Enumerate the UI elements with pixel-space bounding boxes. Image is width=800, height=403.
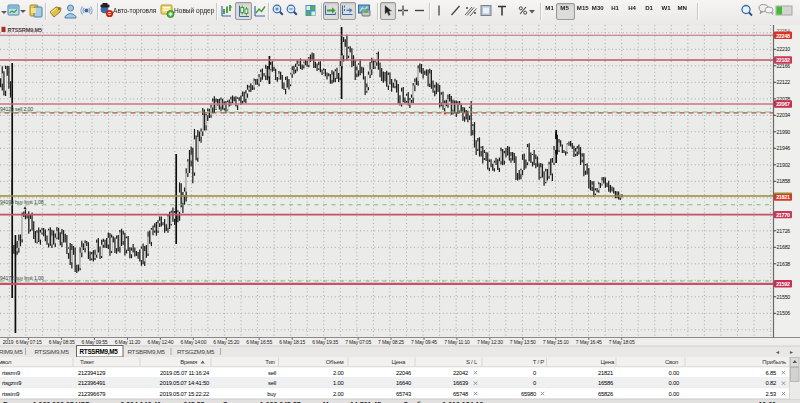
svg-text:21990: 21990 (777, 129, 791, 135)
svg-text:6.85: 6.85 (766, 370, 776, 376)
svg-text:2.00: 2.00 (333, 391, 343, 397)
svg-text:7 May 13:50: 7 May 13:50 (510, 339, 536, 345)
svg-text:6 May 18:15: 6 May 18:15 (279, 339, 305, 345)
svg-text:22046: 22046 (396, 370, 411, 376)
svg-text:7 May 11:10: 7 May 11:10 (444, 339, 470, 345)
svg-text:22248: 22248 (776, 33, 790, 39)
svg-text:16586: 16586 (598, 380, 613, 386)
svg-text:6 May 07:15: 6 May 07:15 (16, 339, 42, 345)
svg-text:7 May 07:05: 7 May 07:05 (345, 339, 371, 345)
svg-text:RIM9,M5: RIM9,M5 (0, 348, 23, 355)
svg-text:2019.05.07 11:16:24: 2019.05.07 11:16:24 (160, 370, 210, 376)
svg-text:sell: sell (268, 380, 276, 386)
svg-text:S / L: S / L (466, 359, 478, 365)
svg-text:65826: 65826 (598, 391, 613, 397)
svg-text:0.00: 0.00 (669, 370, 679, 376)
svg-text:buy: buy (267, 391, 276, 397)
svg-text:94129 sell 2.00: 94129 sell 2.00 (0, 106, 33, 112)
svg-text:6 May 15:20: 6 May 15:20 (213, 339, 239, 345)
svg-text:Своп: Своп (665, 359, 678, 365)
svg-text:7 May 18:05: 7 May 18:05 (609, 339, 635, 345)
svg-text:22166: 22166 (777, 63, 791, 69)
svg-text:22034: 22034 (777, 112, 791, 118)
svg-text:21682: 21682 (777, 244, 791, 250)
svg-text:Время: Время (180, 359, 197, 365)
svg-text:21506: 21506 (777, 310, 791, 316)
svg-text:65980: 65980 (521, 391, 536, 397)
svg-text:7 May 08:25: 7 May 08:25 (378, 339, 404, 345)
svg-text:6 May 16:55: 6 May 16:55 (246, 339, 272, 345)
svg-text:2019.05.07 14:41:50: 2019.05.07 14:41:50 (160, 380, 209, 386)
svg-text:7 May 09:45: 7 May 09:45 (411, 339, 437, 345)
svg-text:2.53: 2.53 (766, 391, 776, 397)
svg-text:22122: 22122 (777, 79, 791, 85)
svg-text:0: 0 (533, 380, 536, 386)
svg-text:RTSSiM9,M5: RTSSiM9,M5 (35, 348, 70, 355)
svg-text:Прибыль: Прибыль (762, 359, 786, 365)
svg-text:RTSSRM9,M5: RTSSRM9,M5 (80, 348, 119, 356)
svg-text:rtsgzm9: rtsgzm9 (2, 380, 21, 386)
svg-text:1.00: 1.00 (333, 380, 343, 386)
svg-text:21770: 21770 (776, 212, 790, 218)
svg-text:21592: 21592 (776, 281, 790, 287)
svg-text:22182: 22182 (776, 57, 790, 63)
svg-text:T / P: T / P (533, 359, 545, 365)
svg-text:6 May 14:00: 6 May 14:00 (180, 339, 206, 345)
svg-text:6 May 08:35: 6 May 08:35 (49, 339, 75, 345)
svg-text:2019.05.07 15:22:22: 2019.05.07 15:22:22 (160, 391, 209, 397)
svg-text:Символ: Символ (0, 359, 12, 365)
svg-text:Цена: Цена (392, 359, 406, 365)
svg-text:Объем: Объем (326, 359, 344, 365)
svg-text:RTSGZM9,M5: RTSGZM9,M5 (177, 348, 215, 355)
svg-text:212394129: 212394129 (78, 370, 105, 376)
svg-text:22067: 22067 (776, 101, 790, 107)
svg-text:6 May 12:40: 6 May 12:40 (147, 339, 173, 345)
svg-text:21550: 21550 (777, 294, 791, 300)
svg-text:2019: 2019 (3, 339, 14, 345)
svg-text:Цена: Цена (601, 359, 615, 365)
svg-text:0.82: 0.82 (766, 380, 776, 386)
svg-text:2.00: 2.00 (333, 370, 343, 376)
svg-text:21946: 21946 (777, 145, 791, 151)
svg-text:RTSBRM9,M5: RTSBRM9,M5 (128, 348, 166, 355)
svg-text:0.00: 0.00 (669, 391, 679, 397)
svg-text:21902: 21902 (777, 162, 791, 168)
svg-text:Тип: Тип (265, 359, 274, 365)
svg-text:94199 buy limit 1.08: 94199 buy limit 1.08 (0, 199, 44, 205)
svg-text:►: ► (789, 349, 794, 355)
svg-text:21858: 21858 (777, 178, 791, 184)
svg-text:7 May 12:30: 7 May 12:30 (477, 339, 503, 345)
svg-text:6 May 11:20: 6 May 11:20 (115, 339, 141, 345)
svg-text:0: 0 (533, 370, 536, 376)
svg-text:21821: 21821 (598, 370, 613, 376)
svg-text:22210: 22210 (777, 46, 791, 52)
svg-text:94172 buy limit 1.00: 94172 buy limit 1.00 (0, 275, 44, 281)
svg-text:65748: 65748 (453, 391, 468, 397)
svg-text:7 May 16:45: 7 May 16:45 (576, 339, 602, 345)
svg-text:sell: sell (268, 370, 276, 376)
svg-text:212396491: 212396491 (78, 380, 105, 386)
svg-text:21726: 21726 (777, 228, 791, 234)
svg-text:0.00: 0.00 (669, 380, 679, 386)
svg-text:6 May 19:35: 6 May 19:35 (312, 339, 338, 345)
svg-text:16639: 16639 (453, 380, 468, 386)
svg-text:16640: 16640 (396, 380, 411, 386)
svg-text:22042: 22042 (453, 370, 468, 376)
svg-text:6 May 09:55: 6 May 09:55 (82, 339, 108, 345)
svg-text:rtssrm9: rtssrm9 (2, 370, 20, 376)
svg-text:21821: 21821 (776, 194, 790, 200)
svg-text:21638: 21638 (777, 261, 791, 267)
svg-text:212396679: 212396679 (78, 391, 105, 397)
svg-text:rtssim9: rtssim9 (2, 391, 19, 397)
svg-text:Тикет: Тикет (80, 359, 95, 365)
svg-text:◄: ◄ (775, 349, 780, 355)
svg-text:65743: 65743 (396, 391, 411, 397)
svg-text:RTSSRM9,M5: RTSSRM9,M5 (8, 27, 43, 33)
svg-text:7 May 15:10: 7 May 15:10 (543, 339, 569, 345)
